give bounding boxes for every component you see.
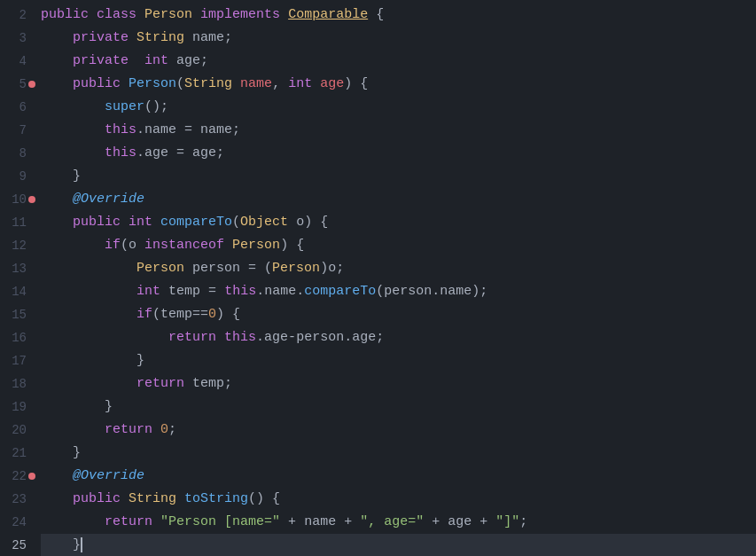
code-line-4: private int age; [41,50,756,73]
code-area[interactable]: public class Person implements Comparabl… [37,4,756,556]
code-line-12: if(o instanceof Person) { [41,234,756,257]
code-line-23: public String toString() { [41,488,756,511]
code-line-6: super(); [41,96,756,119]
code-line-11: public int compareTo(Object o) { [41,211,756,234]
ln-23: 23 [0,488,27,511]
ln-20: 20 [0,419,27,442]
ln-13: 13 [0,257,27,280]
code-line-8: this.age = age; [41,142,756,165]
ln-17: 17 [0,349,27,372]
code-line-19: } [41,395,756,419]
ln-25: 25 [0,534,27,556]
ln-11: 11 [0,211,27,234]
code-line-10: @Override [41,188,756,211]
code-line-2: public class Person implements Comparabl… [41,4,756,27]
code-line-16: return this.age-person.age; [41,326,756,349]
ln-12: 12 [0,234,27,257]
ln-21: 21 [0,442,27,465]
code-line-20: return 0; [41,419,756,442]
code-line-24: return "Person [name=" + name + ", age="… [41,511,756,534]
code-line-3: private String name; [41,27,756,50]
code-line-5: public Person(String name, int age) { [41,73,756,96]
ln-4: 4 [0,50,27,73]
ln-9: 9 [0,165,27,188]
code-line-15: if(temp==0) { [41,303,756,326]
code-line-22: @Override [41,465,756,488]
code-line-14: int temp = this.name.compareTo(person.na… [41,280,756,303]
code-line-25: } [41,534,756,556]
code-line-7: this.name = name; [41,119,756,142]
ln-15: 15 [0,303,27,326]
code-line-21: } [41,442,756,465]
code-line-9: } [41,165,756,188]
ln-18: 18 [0,372,27,395]
code-line-18: return temp; [41,372,756,395]
code-editor[interactable]: 2 3 4 5 6 7 8 9 10 11 12 13 14 15 16 17 … [0,0,756,556]
ln-3: 3 [0,27,27,50]
ln-5: 5 [0,73,27,96]
ln-24: 24 [0,511,27,534]
ln-2: 2 [0,4,27,27]
ln-7: 7 [0,119,27,142]
ln-22: 22 [0,465,27,488]
ln-10: 10 [0,188,27,211]
ln-19: 19 [0,395,27,419]
ln-8: 8 [0,142,27,165]
ln-6: 6 [0,96,27,119]
code-line-13: Person person = (Person)o; [41,257,756,280]
ln-16: 16 [0,326,27,349]
code-line-17: } [41,349,756,372]
ln-14: 14 [0,280,27,303]
